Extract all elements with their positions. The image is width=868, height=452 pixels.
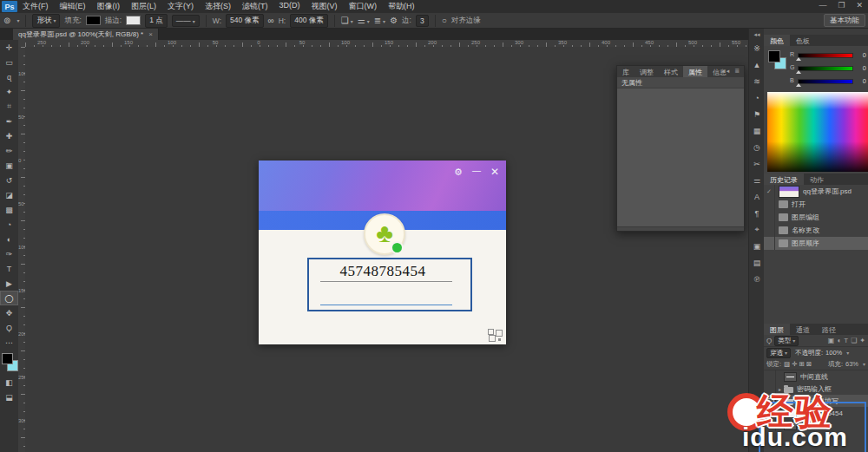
panel-resize-handle[interactable] xyxy=(617,226,744,231)
slider-marker[interactable] xyxy=(796,70,801,74)
menu-item-4[interactable]: 文字(Y) xyxy=(168,1,194,12)
visibility-cell[interactable] xyxy=(764,383,776,395)
tool-presets-icon[interactable]: ⚌ xyxy=(749,172,765,188)
histogram-icon[interactable]: ▦ xyxy=(749,122,765,139)
filter-type-icon[interactable]: ◐ xyxy=(837,337,841,344)
visibility-cell[interactable] xyxy=(764,370,776,383)
timeline-icon[interactable]: ◷ xyxy=(749,139,765,155)
brush-settings-icon[interactable]: ✂ xyxy=(749,155,765,172)
clone-stamp-tool[interactable]: ▣ xyxy=(0,158,18,173)
menu-item-3[interactable]: 图层(L) xyxy=(131,1,156,12)
healing-brush-tool[interactable]: ✚ xyxy=(0,128,18,143)
width-field[interactable]: 540 像素 xyxy=(226,14,264,28)
filter-type-icon[interactable]: ❏ xyxy=(851,337,857,344)
type-tool[interactable]: T xyxy=(0,261,18,276)
edit-toolbar[interactable]: ⋯ xyxy=(0,335,18,350)
expand-panels-icon[interactable]: ◂◂ xyxy=(749,31,765,38)
menu-item-6[interactable]: 滤镜(T) xyxy=(242,1,268,12)
pen-tool[interactable]: ✑ xyxy=(0,246,18,261)
visibility-cell[interactable] xyxy=(764,407,776,419)
layer-row[interactable]: 中间直线 xyxy=(764,370,868,383)
close-button[interactable]: ✕ xyxy=(856,1,863,10)
tab-调整[interactable]: 调整 xyxy=(635,66,659,77)
zoom-tool[interactable]: Ϙ xyxy=(0,320,18,335)
menu-item-1[interactable]: 编辑(E) xyxy=(60,1,86,12)
adjustments-icon[interactable]: ※ xyxy=(749,40,765,56)
history-source-cell[interactable] xyxy=(764,237,775,250)
tab-图层[interactable]: 图层 xyxy=(764,324,790,335)
filter-type-icon[interactable]: ▣ xyxy=(828,337,835,344)
screen-mode-button[interactable]: ⬓ xyxy=(0,390,18,404)
color-spectrum-picker[interactable] xyxy=(767,92,868,172)
menu-item-2[interactable]: 图像(I) xyxy=(97,1,121,12)
filter-type-icon[interactable]: T xyxy=(844,337,848,344)
menu-item-8[interactable]: 视图(V) xyxy=(312,1,338,12)
visibility-cell[interactable] xyxy=(764,395,776,407)
glyphs-icon[interactable]: ⌖ xyxy=(749,221,765,238)
layer-row[interactable]: ∨登录信息填写 xyxy=(764,395,868,407)
filter-type-icon[interactable]: ✦ xyxy=(859,337,865,344)
menu-item-5[interactable]: 选择(S) xyxy=(205,1,231,12)
eye-icon[interactable] xyxy=(766,398,774,404)
visibility-cell[interactable] xyxy=(764,419,776,431)
slider-bar[interactable] xyxy=(798,53,853,58)
stroke-width-field[interactable]: 1 点 xyxy=(145,14,168,28)
tab-样式[interactable]: 样式 xyxy=(659,66,683,77)
history-brush-tool[interactable]: ↺ xyxy=(0,173,18,187)
lock-icon[interactable]: ▨ xyxy=(784,360,790,368)
quick-selection-tool[interactable]: ✦ xyxy=(0,84,18,99)
stroke-swatch[interactable] xyxy=(126,16,141,25)
layer-row[interactable]: 直线 拷贝 xyxy=(764,419,868,431)
tool-preset-icon[interactable]: ⊚ xyxy=(3,16,10,25)
hand-tool[interactable]: ✥ xyxy=(0,305,18,320)
minimize-button[interactable]: — xyxy=(819,1,826,10)
lock-icon[interactable]: ✛ xyxy=(792,360,797,368)
menu-item-10[interactable]: 帮助(H) xyxy=(388,1,415,12)
history-source-cell[interactable] xyxy=(764,211,775,224)
tab-颜色[interactable]: 颜色 xyxy=(764,35,790,46)
crop-tool[interactable]: ⌗ xyxy=(0,99,18,114)
menu-item-0[interactable]: 文件(F) xyxy=(23,1,49,12)
group-caret-icon[interactable]: ∨ xyxy=(776,398,784,404)
brush-tool[interactable]: ✏ xyxy=(0,143,18,158)
workspace-switcher-button[interactable]: 基本功能 xyxy=(824,14,865,27)
document-tab[interactable]: qq登录界面.psd @ 100%(天剑, RGB/8) * × xyxy=(13,29,159,40)
notes-icon[interactable]: ⚑ xyxy=(749,106,765,122)
height-field[interactable]: 400 像素 xyxy=(290,14,328,28)
path-operations-icon[interactable]: ❏▾ xyxy=(341,16,353,25)
history-source-cell[interactable] xyxy=(764,198,775,211)
dodge-tool[interactable]: ◐ xyxy=(0,232,18,246)
eyedropper-tool[interactable]: ✒ xyxy=(0,114,18,128)
panel-menu-icon[interactable]: ◂◂ ≣ xyxy=(721,68,741,75)
stroke-style-select[interactable]: ——▾ xyxy=(172,15,200,27)
group-caret-icon[interactable]: ▸ xyxy=(776,386,784,392)
layer-row[interactable]: ▸密码输入框 xyxy=(764,383,868,395)
slider-marker[interactable] xyxy=(796,83,801,87)
channels-icon[interactable]: ▤ xyxy=(749,254,765,271)
history-brush-source-icon[interactable]: ✓ xyxy=(764,185,775,198)
history-step[interactable]: 打开 xyxy=(764,198,868,211)
tab-历史记录[interactable]: 历史记录 xyxy=(764,174,804,185)
marquee-tool[interactable]: ▭ xyxy=(0,55,18,69)
path-align-icon[interactable]: ⚌▾ xyxy=(358,16,370,25)
foreground-color-swatch[interactable] xyxy=(768,50,780,62)
sides-field[interactable]: 3 xyxy=(416,15,429,27)
photoshop-logo-icon[interactable]: Ps xyxy=(2,1,17,12)
gear-icon[interactable]: ⚙ xyxy=(390,16,398,25)
quick-mask-button[interactable]: ◧ xyxy=(0,375,18,390)
restore-button[interactable]: ❐ xyxy=(838,1,845,10)
foreground-color-swatch[interactable] xyxy=(2,353,13,364)
tab-属性[interactable]: 属性 xyxy=(683,66,707,77)
menu-item-9[interactable]: 窗口(W) xyxy=(349,1,378,12)
lock-icon[interactable]: ⊠ xyxy=(806,360,812,368)
align-edges-checkbox[interactable]: ○ xyxy=(442,16,447,25)
navigator-icon[interactable]: ◔ xyxy=(749,89,765,106)
slider-bar[interactable] xyxy=(798,66,853,71)
history-snapshot-row[interactable]: ✓ qq登录界面.psd xyxy=(764,185,868,198)
link-dimensions-icon[interactable]: ∞ xyxy=(268,16,274,25)
history-source-cell[interactable] xyxy=(764,224,775,237)
slider-marker[interactable] xyxy=(796,57,801,61)
history-step[interactable]: 图层编组 xyxy=(764,211,868,224)
menu-item-7[interactable]: 3D(D) xyxy=(279,1,300,12)
gradient-tool[interactable]: ▩ xyxy=(0,202,18,217)
